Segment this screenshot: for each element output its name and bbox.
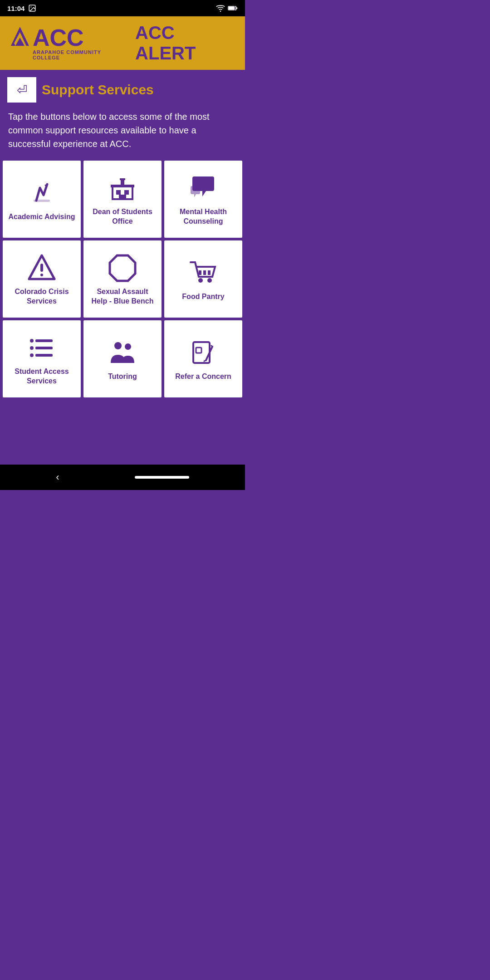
- svg-rect-10: [34, 200, 50, 202]
- service-card-refer-concern[interactable]: Refer a Concern: [164, 320, 242, 397]
- service-card-tutoring[interactable]: Tutoring: [83, 320, 162, 397]
- nav-bar: ‹: [0, 465, 245, 490]
- svg-rect-20: [40, 274, 43, 276]
- list-icon: [27, 333, 56, 363]
- title-row: ⏎ Support Services: [0, 70, 245, 108]
- advising-icon: [27, 179, 56, 208]
- refer-icon: [189, 338, 218, 368]
- crisis-icon: [27, 254, 56, 283]
- status-time: 11:04: [7, 5, 24, 12]
- main-content: ⏎ Support Services Tap the buttons below…: [0, 70, 245, 465]
- status-bar: 11:04: [0, 0, 245, 16]
- svg-rect-16: [121, 179, 124, 186]
- service-card-sexual-assault[interactable]: Sexual Assault Help - Blue Bench: [83, 240, 162, 318]
- svg-point-26: [207, 278, 212, 283]
- status-time-area: 11:04: [7, 4, 36, 12]
- svg-rect-13: [124, 190, 129, 195]
- svg-rect-32: [35, 354, 53, 357]
- acc-logo-icon: [9, 26, 31, 49]
- svg-rect-30: [35, 347, 53, 349]
- page-description: Tap the buttons below to access some of …: [0, 108, 245, 159]
- page-title: Support Services: [42, 82, 154, 98]
- wifi-icon: [216, 5, 225, 12]
- dean-icon: [108, 174, 137, 203]
- service-card-food-pantry[interactable]: Food Pantry: [164, 240, 242, 318]
- alert-label: ACC ALERT: [135, 23, 236, 64]
- service-label-food-pantry: Food Pantry: [182, 292, 224, 302]
- svg-point-27: [30, 339, 34, 343]
- svg-line-38: [204, 360, 206, 361]
- service-label-sexual-assault: Sexual Assault Help - Blue Bench: [88, 287, 157, 306]
- svg-rect-14: [119, 195, 126, 199]
- svg-point-33: [114, 342, 122, 349]
- service-label-tutoring: Tutoring: [108, 372, 137, 382]
- image-icon: [28, 4, 36, 12]
- battery-icon: [228, 5, 238, 11]
- people-icon: [108, 338, 137, 368]
- back-arrow-icon: ⏎: [17, 83, 27, 98]
- cart-icon: [189, 259, 218, 288]
- service-label-dean-of-students: Dean of Students Office: [88, 207, 157, 226]
- service-card-colorado-crisis[interactable]: Colorado Crisis Services: [3, 240, 81, 318]
- service-label-academic-advising: Academic Advising: [8, 212, 75, 222]
- svg-rect-22: [199, 270, 201, 275]
- svg-point-1: [31, 6, 32, 7]
- stop-icon: [108, 254, 137, 283]
- svg-rect-19: [40, 264, 43, 272]
- services-grid: Academic Advising Dean of Students Offic…: [0, 159, 245, 405]
- svg-point-29: [30, 346, 34, 350]
- back-button[interactable]: ⏎: [7, 77, 36, 103]
- svg-rect-12: [116, 190, 121, 195]
- logo-area: ACC ARAPAHOE COMMUNITY COLLEGE: [9, 26, 126, 60]
- svg-rect-28: [35, 339, 53, 342]
- svg-point-31: [30, 353, 34, 357]
- service-card-academic-advising[interactable]: Academic Advising: [3, 161, 81, 238]
- svg-rect-23: [203, 270, 206, 275]
- service-card-mental-health[interactable]: Mental Health Counseling: [164, 161, 242, 238]
- status-icons: [216, 5, 238, 12]
- header-banner: ACC ARAPAHOE COMMUNITY COLLEGE ACC ALERT: [0, 16, 245, 70]
- svg-point-25: [198, 278, 203, 283]
- svg-rect-17: [120, 178, 125, 180]
- svg-point-2: [220, 10, 221, 12]
- svg-rect-24: [208, 270, 211, 275]
- service-label-refer-concern: Refer a Concern: [175, 372, 231, 382]
- counseling-icon: [189, 174, 218, 203]
- logo-subtitle: ARAPAHOE COMMUNITY COLLEGE: [33, 49, 126, 60]
- logo-text: ACC: [9, 26, 84, 49]
- service-label-colorado-crisis: Colorado Crisis Services: [7, 287, 76, 306]
- service-label-student-access: Student Access Services: [7, 367, 76, 386]
- svg-rect-36: [196, 348, 201, 353]
- svg-rect-4: [236, 7, 238, 9]
- home-pill[interactable]: [135, 476, 189, 479]
- back-nav-icon[interactable]: ‹: [56, 471, 59, 483]
- svg-marker-21: [110, 255, 135, 281]
- svg-point-34: [125, 343, 131, 350]
- service-card-dean-of-students[interactable]: Dean of Students Office: [83, 161, 162, 238]
- service-label-mental-health: Mental Health Counseling: [169, 207, 238, 226]
- service-card-student-access[interactable]: Student Access Services: [3, 320, 81, 397]
